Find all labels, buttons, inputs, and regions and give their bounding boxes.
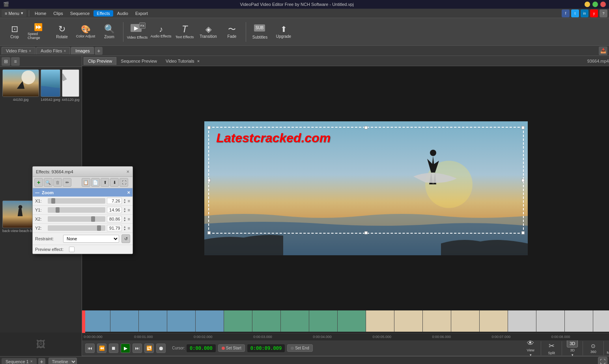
ctrl-play[interactable]: ▶ <box>121 344 130 353</box>
zoom-button[interactable]: 🔍 Zoom <box>98 20 121 44</box>
effect-up-btn[interactable]: ⬆ <box>101 178 109 187</box>
param-x2-arrows[interactable]: ▲▼ <box>123 216 126 222</box>
transition-label: Transition <box>200 34 217 39</box>
view-tool-btn[interactable]: 👁 View ▾ <box>522 339 539 357</box>
ruler-5: 0:00:05.000 <box>352 335 412 339</box>
effect-delete-btn[interactable]: 🗑 <box>53 178 62 187</box>
subtitles-button[interactable]: SUB Subtitles <box>248 20 271 44</box>
ctrl-rewind[interactable]: ⏪ <box>97 344 106 353</box>
effect-paste-btn[interactable]: 📄 <box>91 178 100 187</box>
effects-dialog-close[interactable]: × <box>126 169 129 175</box>
param-y1-menu[interactable]: ≡ <box>128 208 130 212</box>
video-background: Latestcracked.com <box>204 121 528 255</box>
param-x2-menu[interactable]: ≡ <box>128 217 130 221</box>
rotate-button[interactable]: ↻ Rotate <box>50 20 73 44</box>
tab-images[interactable]: Images <box>71 47 94 54</box>
social-icon-4[interactable]: y <box>590 9 598 17</box>
transition-button[interactable]: ◈ Transition <box>197 20 220 44</box>
effect-expand-btn[interactable]: ⛶ <box>120 178 128 187</box>
minimize-button[interactable] <box>585 2 590 7</box>
param-x1-menu[interactable]: ≡ <box>128 199 130 203</box>
maximize-button[interactable] <box>592 2 598 7</box>
ctrl-skip-fwd[interactable]: ⏭ <box>133 344 142 353</box>
split-tool-btn[interactable]: ✂ Split <box>543 342 560 355</box>
help-icon[interactable]: ? <box>600 9 607 17</box>
video-effects-button[interactable]: ▶ FX Video Effects <box>126 20 149 44</box>
menu-effects[interactable]: Effects <box>93 10 113 17</box>
menu-dropdown[interactable]: ≡ Menu ▾ <box>2 9 26 17</box>
preview-header: Clip Preview Sequence Preview Video Tuto… <box>82 56 609 66</box>
360-tool-btn[interactable]: ⊙ 360 <box>585 343 602 354</box>
set-start-btn[interactable]: Set Start <box>218 344 245 352</box>
effect-edit-btn[interactable]: ✏ <box>63 178 71 187</box>
ruler-8: 0:00:08.000 <box>531 335 590 339</box>
param-y2-menu[interactable]: ≡ <box>128 226 130 230</box>
ruler-2: 0:00:02.000 <box>173 335 233 339</box>
text-effects-button[interactable]: T Text Effects <box>173 20 196 44</box>
tab-audio-files-close[interactable]: × <box>64 49 66 53</box>
timeline-view-select[interactable]: Timeline <box>49 358 77 364</box>
effect-zoom-close[interactable]: × <box>127 189 130 195</box>
3d-tool-btn[interactable]: 3D 3D ▾ <box>564 340 581 357</box>
set-start-label: Set Start <box>226 346 241 350</box>
text-effects-label: Text Effects <box>176 35 194 39</box>
speed-change-button[interactable]: ⏩ Speed Change <box>27 20 50 44</box>
effect-zoom-btn[interactable]: 🔍 <box>44 178 52 187</box>
menu-sequence[interactable]: Sequence <box>67 10 93 17</box>
view-label: View <box>527 348 534 352</box>
media-view-list[interactable]: ≡ <box>11 57 20 66</box>
audio-effects-button[interactable]: ♪ Audio Effects <box>149 20 172 44</box>
media-view-grid[interactable]: ⊞ <box>2 57 10 66</box>
toolbar-sep-1 <box>123 22 123 42</box>
ctrl-record[interactable]: ⏺ <box>156 344 166 353</box>
color-adjust-button[interactable]: 🎨 Color Adjust <box>74 20 97 44</box>
ctrl-skip-back[interactable]: ⏮ <box>85 344 95 353</box>
ctrl-loop[interactable]: 🔁 <box>144 344 154 353</box>
tab-video-files-close[interactable]: × <box>29 49 31 53</box>
timeline-expand-btn[interactable]: ⛶ <box>598 357 607 364</box>
tutorials-close[interactable]: × <box>197 59 200 63</box>
set-end-btn[interactable]: Set End <box>287 344 313 352</box>
menu-export[interactable]: Export <box>132 10 151 17</box>
crop-button[interactable]: ⊡ Crop <box>3 20 26 44</box>
seq-add-btn[interactable]: + <box>38 358 45 364</box>
param-x2-slider[interactable] <box>48 216 105 222</box>
restraint-select[interactable]: None 16:9 4:3 1:1 <box>63 235 119 243</box>
ruler-1: 0:00:01.000 <box>114 335 173 339</box>
param-x1-slider[interactable] <box>48 198 105 204</box>
effect-add-btn[interactable]: + <box>34 178 43 187</box>
svg-point-8 <box>430 150 436 156</box>
menu-home[interactable]: Home <box>32 10 49 17</box>
tab-video-files[interactable]: Video Files × <box>2 47 35 54</box>
effect-down-btn[interactable]: ⬇ <box>110 178 119 187</box>
menu-clips[interactable]: Clips <box>50 10 66 17</box>
sequence-tab-1[interactable]: Sequence 1 × <box>2 358 37 364</box>
tab-sequence-preview[interactable]: Sequence Preview <box>116 57 161 65</box>
param-y1-slider[interactable] <box>48 207 105 213</box>
ctrl-stop[interactable]: ⏹ <box>109 344 118 353</box>
restraint-reset[interactable]: ↺ <box>121 234 130 243</box>
maximize-tool-btn[interactable]: ⛶ Maximize <box>605 342 609 355</box>
social-icon-1[interactable]: f <box>562 9 570 17</box>
param-x1-arrows[interactable]: ▲▼ <box>123 198 126 204</box>
media-add-icon[interactable]: 📥 <box>599 46 607 55</box>
param-x1-value: 7.26 <box>107 198 122 204</box>
add-tab-button[interactable]: + <box>95 47 103 55</box>
set-end-label: Set End <box>295 346 309 350</box>
param-y1-arrows[interactable]: ▲▼ <box>123 207 126 213</box>
tab-clip-preview[interactable]: Clip Preview <box>84 57 116 65</box>
menu-audio[interactable]: Audio <box>114 10 131 17</box>
param-y2-arrows[interactable]: ▲▼ <box>123 225 126 231</box>
social-icon-2[interactable]: t <box>571 9 579 17</box>
split-icon: ✂ <box>549 342 555 350</box>
preview-effect-checkbox[interactable] <box>69 247 75 252</box>
seq-tab-close[interactable]: × <box>30 359 33 364</box>
tab-audio-files[interactable]: Audio Files × <box>36 47 70 54</box>
effect-copy-btn[interactable]: 📋 <box>82 178 90 187</box>
close-button[interactable] <box>600 2 606 7</box>
param-y2-slider[interactable] <box>48 225 105 231</box>
tab-video-tutorials[interactable]: Video Tutorials × <box>161 57 204 65</box>
social-icon-3[interactable]: in <box>581 9 588 17</box>
fade-button[interactable]: 〜 Fade <box>220 20 243 44</box>
upgrade-button[interactable]: ⬆ Upgrade <box>272 20 295 44</box>
